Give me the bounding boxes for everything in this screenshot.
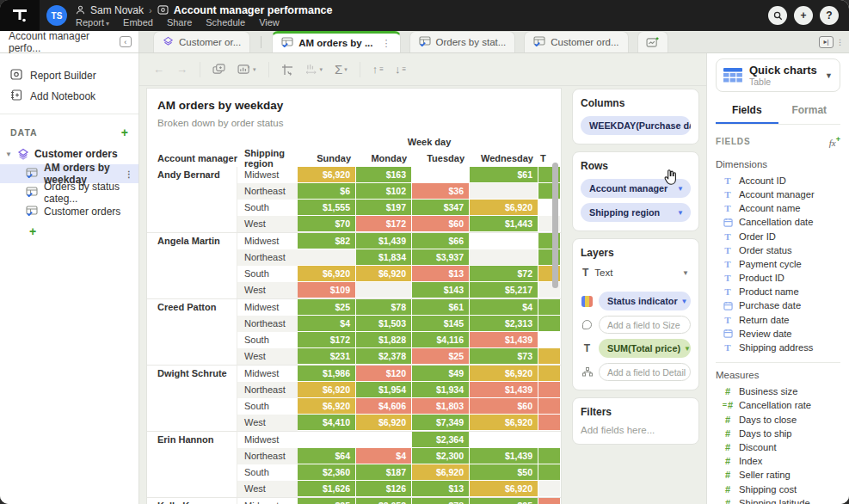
field-item-payment-cycle[interactable]: TPayment cycle	[716, 257, 840, 271]
tabstrip-kebab-icon[interactable]: ⋮	[836, 38, 844, 46]
data-cell[interactable]: $1,555	[298, 200, 356, 216]
data-cell[interactable]: $25	[298, 299, 356, 316]
add-data-button[interactable]: +	[121, 126, 128, 139]
data-cell[interactable]: $1,443	[470, 216, 538, 232]
field-pill-shipping-region[interactable]: Shipping region▼	[581, 203, 691, 222]
data-cell[interactable]	[470, 249, 538, 266]
data-cell[interactable]: $70	[298, 216, 356, 232]
field-item-account-name[interactable]: TAccount name	[716, 201, 840, 215]
data-cell[interactable]: $78	[412, 498, 470, 504]
tab-orders-by-stat-[interactable]: Orders by stat...	[409, 31, 516, 52]
data-cell[interactable]	[470, 183, 538, 200]
data-cell[interactable]: $1,439	[470, 448, 538, 464]
filters-dropzone[interactable]: Add fields here...	[581, 425, 691, 435]
data-cell[interactable]: $36	[412, 183, 470, 200]
data-cell-thursday-partial[interactable]	[538, 299, 561, 316]
field-item-days-to-ship[interactable]: #Days to ship	[716, 427, 840, 440]
field-item-account-manager[interactable]: TAccount manager	[716, 187, 840, 201]
data-cell[interactable]: $50	[470, 464, 538, 481]
data-cell[interactable]: $187	[356, 464, 412, 481]
data-cell[interactable]: $25	[412, 348, 470, 365]
field-pill-sum-total-price-[interactable]: SUM(Total price)▼	[599, 339, 691, 358]
data-cell[interactable]: $1,954	[356, 382, 412, 398]
data-cell[interactable]: $73	[470, 348, 538, 365]
menu-item-view[interactable]: View	[259, 17, 280, 28]
aggregate-button[interactable]: Σ ▾	[335, 62, 348, 77]
data-cell-thursday-partial[interactable]	[538, 448, 561, 464]
data-cell-thursday-partial[interactable]	[538, 432, 561, 448]
data-cell[interactable]	[470, 233, 538, 249]
data-cell[interactable]	[298, 249, 356, 266]
remove-chart-button[interactable]: × ▾	[237, 64, 256, 75]
menu-item-share[interactable]: Share	[167, 17, 192, 28]
field-item-seller-rating[interactable]: #Seller rating	[716, 468, 840, 482]
sheet-menu-icon[interactable]: ⋮	[125, 169, 133, 179]
data-cell[interactable]: $66	[412, 233, 470, 249]
data-cell[interactable]: $2,360	[298, 464, 356, 481]
data-cell[interactable]: $1,828	[356, 332, 412, 348]
sidebar-item-add-notebook[interactable]: Add Notebook	[0, 86, 138, 107]
breadcrumb-user[interactable]: Sam Novak	[90, 4, 144, 16]
data-cell[interactable]: $25	[298, 498, 356, 504]
data-cell-thursday-partial[interactable]	[538, 332, 561, 348]
field-pill-account-manager[interactable]: Account manager▼	[581, 179, 691, 198]
data-cell[interactable]: $1,439	[356, 233, 412, 249]
sidebar-item-report-builder[interactable]: Report Builder	[0, 65, 138, 86]
menu-item-embed[interactable]: Embed	[123, 17, 153, 28]
field-item-index[interactable]: #Index	[716, 454, 840, 468]
data-cell[interactable]: $49	[412, 366, 470, 382]
data-cell[interactable]	[412, 167, 470, 183]
data-cell[interactable]: $120	[356, 366, 412, 382]
field-item-shipping-latitude[interactable]: #Shipping latitude	[716, 496, 840, 504]
menu-item-report[interactable]: Report▾	[76, 17, 109, 28]
data-cell[interactable]: $2,300	[412, 448, 470, 464]
data-cell[interactable]: $6,920	[356, 415, 412, 431]
field-item-order-id[interactable]: TOrder ID	[716, 229, 840, 243]
data-cell[interactable]: $1,834	[356, 249, 412, 266]
data-cell[interactable]: $61	[412, 299, 470, 316]
resize-columns-button[interactable]: ▾	[305, 64, 323, 75]
data-cell[interactable]: $4	[356, 448, 412, 464]
data-cell[interactable]: $60	[470, 398, 538, 415]
search-button[interactable]	[768, 6, 787, 25]
data-cell[interactable]: $4,116	[412, 332, 470, 348]
data-cell-thursday-partial[interactable]	[538, 348, 561, 365]
tab-customer-or-[interactable]: Customer or...	[153, 31, 250, 52]
data-cell[interactable]: $4,410	[298, 415, 356, 431]
data-cell[interactable]: $6,920	[412, 464, 470, 481]
field-item-discount[interactable]: #Discount	[716, 440, 840, 454]
menu-item-schedule[interactable]: Schedule	[206, 17, 245, 28]
tab-customer-ord-[interactable]: Customer ord...	[524, 31, 628, 52]
sort-asc-button[interactable]: ↑≡	[372, 63, 383, 76]
data-cell[interactable]: $1,626	[298, 481, 356, 497]
data-cell[interactable]: $4,606	[356, 398, 412, 415]
field-item-cancellation-rate[interactable]: =#Cancellation rate	[716, 398, 840, 412]
data-cell[interactable]: $1,439	[470, 382, 538, 398]
undo-button[interactable]: ←	[153, 63, 164, 76]
field-item-shipping-cost[interactable]: #Shipping cost	[716, 482, 840, 495]
chart-type-selector[interactable]: Quick charts Table ▼	[716, 58, 840, 92]
field-item-business-size[interactable]: #Business size	[716, 384, 840, 398]
data-cell[interactable]: $6	[298, 183, 356, 200]
data-cell-thursday-partial[interactable]	[538, 415, 561, 431]
data-cell[interactable]: $143	[412, 282, 470, 298]
field-item-order-status[interactable]: TOrder status	[716, 243, 840, 257]
data-cell[interactable]	[470, 432, 538, 448]
new-tab-button[interactable]	[637, 31, 668, 52]
data-cell[interactable]: $5,217	[470, 282, 538, 298]
tab-am-orders-by-[interactable]: AM orders by ...⋮	[272, 31, 400, 52]
data-cell[interactable]: $1,986	[298, 366, 356, 382]
redo-button[interactable]: →	[176, 63, 188, 76]
data-cell[interactable]: $1,803	[412, 398, 470, 415]
data-cell[interactable]: $6,920	[298, 398, 356, 415]
data-cell[interactable]: $61	[470, 167, 538, 183]
data-cell-thursday-partial[interactable]	[538, 464, 561, 481]
data-cell-thursday-partial[interactable]	[538, 498, 561, 504]
tab-fields[interactable]: Fields	[716, 99, 778, 124]
data-cell-thursday-partial[interactable]	[538, 366, 561, 382]
tab-menu-icon[interactable]: ⋮	[382, 38, 391, 49]
data-cell[interactable]: $172	[356, 216, 412, 232]
data-cell[interactable]: $25	[470, 498, 538, 504]
field-pill-weekday-purchase-date-[interactable]: WEEKDAY(Purchase date)▼	[581, 116, 691, 135]
data-cell[interactable]: $6,920	[470, 415, 538, 431]
